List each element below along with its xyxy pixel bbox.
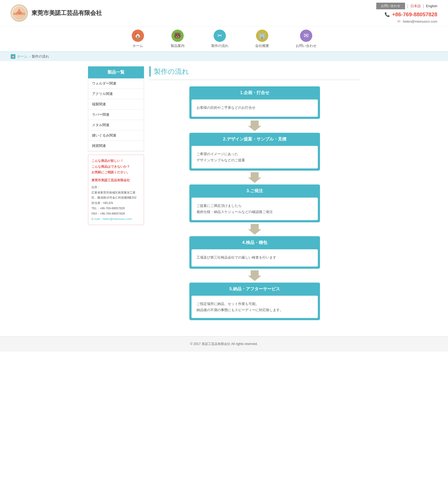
step-3-text: ご提案にご満足頂けましたら 最終仕様・納品スケジュールなどの確認後ご発注 [197, 203, 313, 215]
products-icon: 🐻 [171, 30, 184, 42]
phone-number: +86-769-88057828 [392, 11, 437, 18]
company-icon: 🏢 [256, 30, 268, 42]
breadcrumb-home-link[interactable]: ホーム [17, 54, 27, 59]
svg-marker-5 [248, 270, 261, 281]
step-4-text: 工場及び第三社検品会社での厳しい検査を行います [197, 254, 313, 260]
header: MEINUO 東莞市美諾工芸品有限会社 お問い合わせ | 日本語 | Engli… [0, 0, 448, 26]
sidebar: 製品一覧 ウェルダー関連 アクリル関連 端製関連 ラバー関連 メタル関連 縫いぐ… [88, 66, 144, 320]
contact-icon: ✉ [300, 30, 312, 42]
step-2-header: 2.デザイン提案・サンプル・見積 [189, 133, 320, 146]
arrow-down-icon-2 [248, 172, 261, 183]
nav-item-home[interactable]: 🏠 ホーム [118, 26, 157, 51]
step-5-text: ご指定場所に納品、セット作業も可能。 納品後の不測の事態にもスピーディーに対応致… [197, 301, 313, 313]
navigation: 🏠 ホーム 🐻 製品案内 ✂ 製作の流れ 🏢 会社概要 ✉ お問い合わせ [0, 26, 448, 52]
step-5-box: 5.納品・アフターサービス ご指定場所に納品、セット作業も可能。 納品後の不測の… [189, 283, 320, 320]
company-name: 東莞市美諾工芸品有限会社 [31, 9, 102, 17]
svg-marker-4 [248, 224, 261, 235]
sidebar-address-label: 住所： [91, 185, 141, 190]
sidebar-item-misc[interactable]: 雑貨関連 [88, 141, 144, 151]
lang-en-link[interactable]: English [426, 4, 437, 8]
nav-home-label: ホーム [133, 43, 143, 48]
sidebar-item-metal[interactable]: メタル関連 [88, 120, 144, 130]
footer-text: © 2017 美諾工芸品有限会社 All rights reserved. [190, 342, 258, 346]
sidebar-tel: TEL：+86-769-88057828 [91, 206, 141, 211]
arrow-4 [248, 270, 261, 281]
arrow-1 [248, 120, 261, 131]
nav-process-label: 製作の流れ [211, 43, 229, 48]
arrow-down-icon-4 [248, 270, 261, 281]
sidebar-menu: ウェルダー関連 アクリル関連 端製関連 ラバー関連 メタル関連 縫いぐるみ関連 … [88, 78, 144, 151]
sidebar-address-block: 住所： 広東省東莞市南城区南英隆深工業区、隆深路10号金仁科技園8楼202 担当… [91, 185, 141, 222]
nav-item-process[interactable]: ✂ 製作の流れ [198, 26, 242, 51]
phone-line: 📞 +86-769-88057828 [385, 11, 437, 18]
step-1-text: お客様の目的やご予算などのお打合せ [197, 105, 313, 111]
arrow-3 [248, 224, 261, 235]
step-1-box: 1.企画・打合せ お客様の目的やご予算などのお打合せ [189, 86, 320, 119]
breadcrumb-current: 製作の流れ [32, 54, 49, 59]
breadcrumb-sep: › [29, 55, 30, 59]
sidebar-company-label: 東莞市美諾工芸品有限会社 [91, 178, 141, 183]
step-1-header: 1.企画・打合せ [189, 86, 320, 99]
lang-bar: | [423, 4, 424, 8]
sidebar-title: 製品一覧 [88, 66, 144, 78]
sidebar-fax: FAX：+86-769-88057828 [91, 211, 141, 216]
arrow-down-icon [248, 120, 261, 131]
footer: © 2017 美諾工芸品有限会社 All rights reserved. [0, 336, 448, 352]
email-line: ✉ helen@meinuocn.com [397, 19, 437, 23]
sidebar-promo: こんな商品が欲しい！ こんな商品はできないか？ お気軽にご相談ください。 東莞市… [88, 155, 144, 225]
arrow-down-icon-3 [248, 224, 261, 235]
phone-icon: 📞 [385, 12, 390, 17]
svg-marker-2 [248, 120, 261, 131]
nav-item-products[interactable]: 🐻 製品案内 [157, 26, 198, 51]
nav-item-company[interactable]: 🏢 会社概要 [242, 26, 282, 51]
email-address: helen@meinuocn.com [403, 19, 437, 23]
nav-contact-label: お問い合わせ [296, 43, 317, 48]
step-3-body: ご提案にご満足頂けましたら 最終仕様・納品スケジュールなどの確認後ご発注 [191, 198, 318, 220]
step-3-box: 3.ご発注 ご提案にご満足頂けましたら 最終仕様・納品スケジュールなどの確認後ご… [189, 184, 320, 222]
email-icon: ✉ [397, 19, 401, 23]
sidebar-item-end[interactable]: 端製関連 [88, 99, 144, 110]
content-area: 製作の流れ 1.企画・打合せ お客様の目的やご予算などのお打合せ 2.デザイン提… [149, 66, 360, 320]
step-4-header: 4.検品・梱包 [189, 236, 320, 249]
sidebar-person: 担当者：HELEN [91, 200, 141, 206]
step-2-body: ご希望のイメージにあった デザインサンプルなどのご提案 [191, 146, 318, 168]
contact-button[interactable]: お問い合わせ [376, 3, 405, 9]
sidebar-item-acrylic[interactable]: アクリル関連 [88, 89, 144, 99]
step-4-box: 4.検品・梱包 工場及び第三社検品会社での厳しい検査を行います [189, 236, 320, 269]
step-2-box: 2.デザイン提案・サンプル・見積 ご希望のイメージにあった デザインサンプルなど… [189, 133, 320, 171]
home-icon: 🏠 [132, 30, 144, 42]
step-5-header: 5.納品・アフターサービス [189, 283, 320, 296]
header-right: お問い合わせ | 日本語 | English 📞 +86-769-8805782… [376, 3, 437, 23]
logo-area: MEINUO 東莞市美諾工芸品有限会社 [11, 5, 102, 22]
sidebar-item-welder[interactable]: ウェルダー関連 [88, 78, 144, 89]
sidebar-item-stuffed[interactable]: 縫いぐるみ関連 [88, 130, 144, 141]
logo: MEINUO [11, 5, 28, 22]
nav-item-contact[interactable]: ✉ お問い合わせ [282, 26, 330, 51]
step-1-body: お客様の目的やご予算などのお打合せ [191, 99, 318, 117]
nav-company-label: 会社概要 [255, 43, 269, 48]
lang-separator: | [407, 4, 408, 8]
sidebar-address: 広東省東莞市南城区南英隆深工業区、隆深路10号金仁科技園8楼202 [91, 190, 141, 201]
sidebar-promo-text: こんな商品が欲しい！ こんな商品はできないか？ お気軽にご相談ください。 [91, 158, 141, 175]
breadcrumb: 🏠 ホーム › 製作の流れ [0, 52, 448, 61]
process-icon: ✂ [214, 30, 226, 42]
nav-products-label: 製品案内 [171, 43, 185, 48]
lang-ja-link[interactable]: 日本語 [410, 4, 421, 9]
sidebar-email-link[interactable]: E-mail：helen@meinuocn.com [91, 217, 132, 220]
sidebar-email: E-mail：helen@meinuocn.com [91, 216, 141, 222]
step-2-text: ご希望のイメージにあった デザインサンプルなどのご提案 [197, 151, 313, 163]
arrow-2 [248, 172, 261, 183]
step-3-header: 3.ご発注 [189, 184, 320, 198]
page-title-wrap: 製作の流れ [149, 66, 360, 80]
breadcrumb-home-icon: 🏠 [11, 54, 15, 59]
logo-icon: MEINUO [13, 6, 26, 20]
main-content: 製品一覧 ウェルダー関連 アクリル関連 端製関連 ラバー関連 メタル関連 縫いぐ… [77, 61, 371, 326]
sidebar-item-rubber[interactable]: ラバー関連 [88, 110, 144, 120]
step-5-body: ご指定場所に納品、セット作業も可能。 納品後の不測の事態にもスピーディーに対応致… [191, 296, 318, 318]
steps-container: 1.企画・打合せ お客様の目的やご予算などのお打合せ 2.デザイン提案・サンプル… [149, 86, 360, 320]
svg-marker-3 [248, 172, 261, 183]
page-title-bar [149, 66, 151, 77]
nav-inner: 🏠 ホーム 🐻 製品案内 ✂ 製作の流れ 🏢 会社概要 ✉ お問い合わせ [0, 26, 448, 51]
step-4-body: 工場及び第三社検品会社での厳しい検査を行います [191, 249, 318, 267]
page-title: 製作の流れ [154, 67, 189, 76]
